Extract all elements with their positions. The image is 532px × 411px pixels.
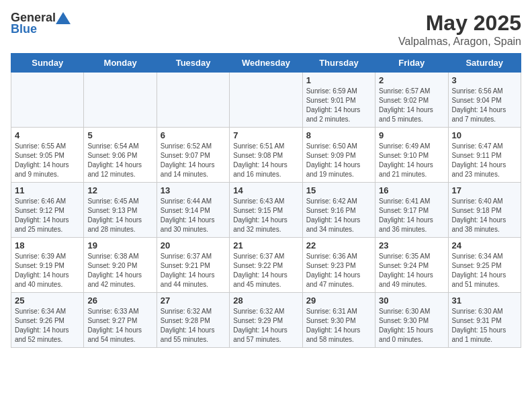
day-info: Sunrise: 6:44 AM Sunset: 9:14 PM Dayligh…: [161, 197, 226, 234]
day-number: 31: [452, 295, 517, 306]
day-info: Sunrise: 6:56 AM Sunset: 9:04 PM Dayligh…: [452, 87, 517, 124]
day-number: 16: [379, 185, 444, 195]
day-info: Sunrise: 6:40 AM Sunset: 9:18 PM Dayligh…: [452, 197, 517, 234]
day-info: Sunrise: 6:30 AM Sunset: 9:30 PM Dayligh…: [379, 307, 444, 345]
logo: General Blue: [11, 11, 71, 36]
calendar-cell: 17Sunrise: 6:40 AM Sunset: 9:18 PM Dayli…: [448, 183, 521, 238]
day-number: 13: [161, 185, 226, 195]
day-number: 30: [379, 295, 444, 306]
day-info: Sunrise: 6:50 AM Sunset: 9:09 PM Dayligh…: [306, 142, 371, 179]
day-number: 19: [87, 240, 152, 250]
calendar-cell: 22Sunrise: 6:36 AM Sunset: 9:23 PM Dayli…: [302, 238, 375, 293]
day-number: 11: [15, 185, 80, 195]
subtitle: Valpalmas, Aragon, Spain: [398, 36, 521, 48]
calendar-cell: 6Sunrise: 6:52 AM Sunset: 9:07 PM Daylig…: [157, 128, 229, 183]
day-of-week-header: Saturday: [448, 54, 521, 73]
day-number: 27: [161, 295, 226, 306]
day-info: Sunrise: 6:35 AM Sunset: 9:24 PM Dayligh…: [379, 252, 444, 289]
day-number: 3: [452, 75, 517, 85]
calendar-cell: 23Sunrise: 6:35 AM Sunset: 9:24 PM Dayli…: [375, 238, 448, 293]
calendar-cell: 19Sunrise: 6:38 AM Sunset: 9:20 PM Dayli…: [84, 238, 157, 293]
calendar-cell: 15Sunrise: 6:42 AM Sunset: 9:16 PM Dayli…: [302, 183, 375, 238]
day-info: Sunrise: 6:46 AM Sunset: 9:12 PM Dayligh…: [15, 197, 80, 234]
day-of-week-header: Tuesday: [157, 54, 229, 73]
calendar-cell: 7Sunrise: 6:51 AM Sunset: 9:08 PM Daylig…: [230, 128, 302, 183]
day-number: 18: [15, 240, 80, 250]
calendar-cell: 18Sunrise: 6:39 AM Sunset: 9:19 PM Dayli…: [11, 238, 84, 293]
calendar-cell: 29Sunrise: 6:31 AM Sunset: 9:30 PM Dayli…: [302, 293, 375, 348]
main-title: May 2025: [398, 11, 521, 36]
calendar-cell: [84, 73, 157, 128]
day-number: 20: [161, 240, 226, 250]
calendar-cell: 24Sunrise: 6:34 AM Sunset: 9:25 PM Dayli…: [448, 238, 521, 293]
day-info: Sunrise: 6:31 AM Sunset: 9:30 PM Dayligh…: [306, 307, 371, 345]
day-info: Sunrise: 6:42 AM Sunset: 9:16 PM Dayligh…: [306, 197, 371, 234]
day-number: 2: [379, 75, 444, 85]
day-number: 28: [233, 295, 298, 306]
calendar-cell: 25Sunrise: 6:34 AM Sunset: 9:26 PM Dayli…: [11, 293, 84, 348]
calendar-cell: 4Sunrise: 6:55 AM Sunset: 9:05 PM Daylig…: [11, 128, 84, 183]
day-info: Sunrise: 6:32 AM Sunset: 9:28 PM Dayligh…: [161, 307, 226, 345]
calendar-cell: 1Sunrise: 6:59 AM Sunset: 9:01 PM Daylig…: [302, 73, 375, 128]
calendar-cell: 10Sunrise: 6:47 AM Sunset: 9:11 PM Dayli…: [448, 128, 521, 183]
calendar-cell: 8Sunrise: 6:50 AM Sunset: 9:09 PM Daylig…: [302, 128, 375, 183]
day-info: Sunrise: 6:47 AM Sunset: 9:11 PM Dayligh…: [452, 142, 517, 179]
calendar-cell: 11Sunrise: 6:46 AM Sunset: 9:12 PM Dayli…: [11, 183, 84, 238]
calendar-cell: 27Sunrise: 6:32 AM Sunset: 9:28 PM Dayli…: [157, 293, 229, 348]
day-number: 23: [379, 240, 444, 250]
day-info: Sunrise: 6:59 AM Sunset: 9:01 PM Dayligh…: [306, 87, 371, 124]
day-info: Sunrise: 6:37 AM Sunset: 9:21 PM Dayligh…: [161, 252, 226, 289]
day-info: Sunrise: 6:52 AM Sunset: 9:07 PM Dayligh…: [161, 142, 226, 179]
day-info: Sunrise: 6:57 AM Sunset: 9:02 PM Dayligh…: [379, 87, 444, 124]
calendar-cell: 9Sunrise: 6:49 AM Sunset: 9:10 PM Daylig…: [375, 128, 448, 183]
day-number: 10: [452, 130, 517, 140]
calendar-cell: [157, 73, 229, 128]
calendar-cell: 5Sunrise: 6:54 AM Sunset: 9:06 PM Daylig…: [84, 128, 157, 183]
day-number: 4: [15, 130, 80, 140]
day-number: 7: [233, 130, 298, 140]
day-info: Sunrise: 6:45 AM Sunset: 9:13 PM Dayligh…: [87, 197, 152, 234]
day-info: Sunrise: 6:32 AM Sunset: 9:29 PM Dayligh…: [233, 307, 298, 345]
day-number: 29: [306, 295, 371, 306]
day-of-week-header: Monday: [84, 54, 157, 73]
day-info: Sunrise: 6:34 AM Sunset: 9:26 PM Dayligh…: [15, 307, 80, 345]
day-of-week-header: Thursday: [302, 54, 375, 73]
logo-text-blue: Blue: [11, 22, 37, 36]
calendar-cell: 26Sunrise: 6:33 AM Sunset: 9:27 PM Dayli…: [84, 293, 157, 348]
page-header: General Blue May 2025 Valpalmas, Aragon,…: [11, 11, 521, 48]
day-of-week-header: Wednesday: [230, 54, 302, 73]
day-number: 8: [306, 130, 371, 140]
day-info: Sunrise: 6:38 AM Sunset: 9:20 PM Dayligh…: [87, 252, 152, 289]
svg-marker-0: [56, 12, 71, 24]
day-number: 6: [161, 130, 226, 140]
calendar-cell: 28Sunrise: 6:32 AM Sunset: 9:29 PM Dayli…: [230, 293, 302, 348]
calendar-cell: 14Sunrise: 6:43 AM Sunset: 9:15 PM Dayli…: [230, 183, 302, 238]
calendar-cell: 16Sunrise: 6:41 AM Sunset: 9:17 PM Dayli…: [375, 183, 448, 238]
day-info: Sunrise: 6:33 AM Sunset: 9:27 PM Dayligh…: [87, 307, 152, 345]
day-of-week-header: Friday: [375, 54, 448, 73]
day-number: 15: [306, 185, 371, 195]
day-info: Sunrise: 6:51 AM Sunset: 9:08 PM Dayligh…: [233, 142, 298, 179]
title-section: May 2025 Valpalmas, Aragon, Spain: [398, 11, 521, 48]
day-number: 22: [306, 240, 371, 250]
day-number: 14: [233, 185, 298, 195]
calendar-cell: 2Sunrise: 6:57 AM Sunset: 9:02 PM Daylig…: [375, 73, 448, 128]
day-info: Sunrise: 6:36 AM Sunset: 9:23 PM Dayligh…: [306, 252, 371, 289]
calendar-cell: [11, 73, 84, 128]
day-info: Sunrise: 6:55 AM Sunset: 9:05 PM Dayligh…: [15, 142, 80, 179]
day-info: Sunrise: 6:41 AM Sunset: 9:17 PM Dayligh…: [379, 197, 444, 234]
calendar-cell: 31Sunrise: 6:30 AM Sunset: 9:31 PM Dayli…: [448, 293, 521, 348]
day-number: 21: [233, 240, 298, 250]
calendar-cell: 21Sunrise: 6:37 AM Sunset: 9:22 PM Dayli…: [230, 238, 302, 293]
day-number: 5: [87, 130, 152, 140]
day-info: Sunrise: 6:37 AM Sunset: 9:22 PM Dayligh…: [233, 252, 298, 289]
day-number: 12: [87, 185, 152, 195]
calendar-cell: 20Sunrise: 6:37 AM Sunset: 9:21 PM Dayli…: [157, 238, 229, 293]
day-number: 25: [15, 295, 80, 306]
day-number: 1: [306, 75, 371, 85]
day-info: Sunrise: 6:39 AM Sunset: 9:19 PM Dayligh…: [15, 252, 80, 289]
day-number: 24: [452, 240, 517, 250]
calendar-cell: 13Sunrise: 6:44 AM Sunset: 9:14 PM Dayli…: [157, 183, 229, 238]
calendar-cell: 30Sunrise: 6:30 AM Sunset: 9:30 PM Dayli…: [375, 293, 448, 348]
day-number: 9: [379, 130, 444, 140]
